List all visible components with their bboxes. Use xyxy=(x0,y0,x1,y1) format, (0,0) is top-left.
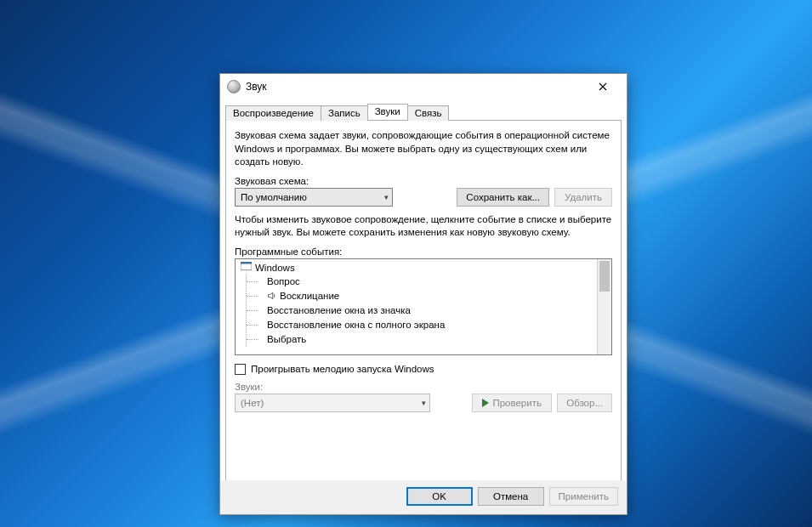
tree-item-label: Выбрать xyxy=(267,334,306,344)
speaker-icon xyxy=(267,291,277,301)
tree-item[interactable]: Восстановление окна из значка xyxy=(247,303,597,318)
desktop-wallpaper: Звук Воспроизведение Запись Звуки Связь … xyxy=(0,0,812,527)
scrollbar[interactable] xyxy=(597,259,611,354)
cancel-button[interactable]: Отмена xyxy=(478,487,544,506)
tree-item[interactable]: Восклицание xyxy=(247,289,597,303)
ok-button[interactable]: OK xyxy=(406,487,473,506)
browse-button: Обзор... xyxy=(557,394,612,412)
delete-button: Удалить xyxy=(554,188,612,207)
apply-button: Применить xyxy=(549,487,618,506)
titlebar: Звук xyxy=(220,74,627,99)
startup-sound-label: Проигрывать мелодию запуска Windows xyxy=(251,364,434,374)
tab-record[interactable]: Запись xyxy=(321,105,368,121)
scheme-description: Звуковая схема задает звуки, сопровождаю… xyxy=(235,129,612,169)
tree-root-label: Windows xyxy=(255,263,295,273)
scheme-dropdown[interactable]: По умолчанию ▾ xyxy=(235,188,393,207)
play-icon xyxy=(482,399,489,407)
windows-icon xyxy=(241,262,252,273)
svg-rect-1 xyxy=(241,262,252,264)
tree-item-label: Восклицание xyxy=(280,291,339,301)
tree-item-label: Вопрос xyxy=(267,276,300,286)
events-description: Чтобы изменить звуковое сопровождение, щ… xyxy=(235,213,612,240)
tree-item-label: Восстановление окна из значка xyxy=(267,305,411,315)
close-button[interactable] xyxy=(584,75,622,99)
chevron-down-icon: ▾ xyxy=(422,399,426,407)
sounds-label: Звуки: xyxy=(235,382,612,392)
dialog-footer: OK Отмена Применить xyxy=(220,480,627,514)
sound-file-value: (Нет) xyxy=(241,398,264,408)
tree-root-windows[interactable]: Windows xyxy=(241,261,597,275)
window-title: Звук xyxy=(246,81,267,93)
save-as-button[interactable]: Сохранить как... xyxy=(457,188,549,207)
tree-item[interactable]: Вопрос xyxy=(247,275,597,289)
tree-item[interactable]: Выбрать xyxy=(247,332,597,347)
tab-sounds[interactable]: Звуки xyxy=(367,104,408,120)
app-icon xyxy=(227,80,241,94)
tab-strip: Воспроизведение Запись Звуки Связь xyxy=(225,101,622,120)
tree-item[interactable]: Восстановление окна с полного экрана xyxy=(247,318,597,332)
sound-file-dropdown: (Нет) ▾ xyxy=(235,394,430,412)
test-button: Проверить xyxy=(472,394,552,412)
tab-communication[interactable]: Связь xyxy=(407,105,450,121)
close-icon xyxy=(599,82,607,91)
scrollbar-thumb[interactable] xyxy=(599,261,610,292)
sound-dialog: Звук Воспроизведение Запись Звуки Связь … xyxy=(219,73,627,515)
events-listbox[interactable]: Windows ВопросВосклицаниеВосстановление … xyxy=(235,258,612,355)
events-label: Программные события: xyxy=(235,246,612,257)
startup-sound-checkbox[interactable] xyxy=(235,364,246,375)
scheme-label: Звуковая схема: xyxy=(235,176,612,186)
tree-item-label: Восстановление окна с полного экрана xyxy=(267,320,445,330)
scheme-dropdown-value: По умолчанию xyxy=(241,192,307,202)
tab-playback[interactable]: Воспроизведение xyxy=(225,105,321,121)
tab-panel-sounds: Звуковая схема задает звуки, сопровождаю… xyxy=(225,120,622,492)
chevron-down-icon: ▾ xyxy=(384,193,389,201)
